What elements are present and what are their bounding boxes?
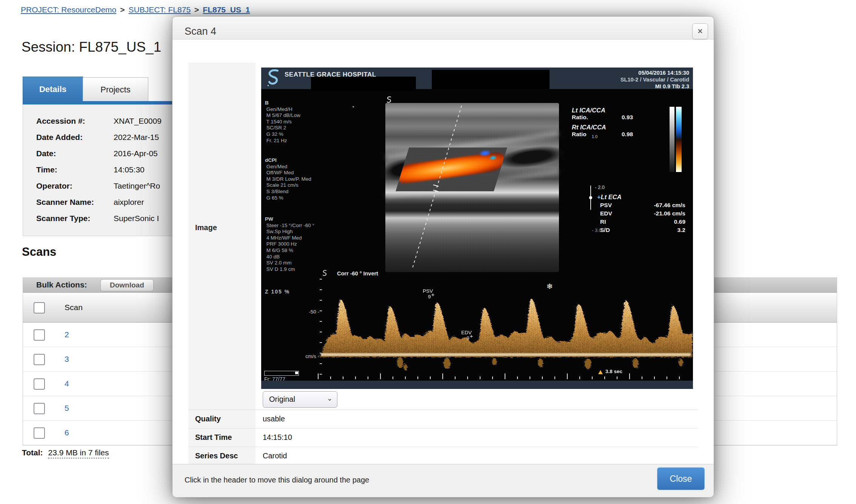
- time-tick: [393, 376, 393, 379]
- time-tick: [405, 376, 406, 379]
- time-tick: [467, 376, 468, 379]
- tab-details[interactable]: Details: [23, 77, 83, 101]
- corr-invert-text: Corr -60 ° Invert: [337, 270, 378, 277]
- dialog-title: Scan 4: [185, 26, 216, 37]
- depth-label-top: - 2.0: [595, 184, 605, 190]
- eca-label: PSV: [600, 202, 627, 210]
- doppler-spectrum: [318, 287, 693, 381]
- download-button[interactable]: Download: [100, 279, 154, 291]
- scan-column-header: Scan: [65, 293, 83, 322]
- time-tick: [343, 376, 343, 379]
- dialog-label-column: [188, 63, 256, 464]
- dialog-info-row: Start Time14:15:10: [188, 428, 698, 447]
- eca-measurement-row: PSV-67.46 cm/s: [600, 202, 685, 210]
- details-label: Date:: [36, 145, 114, 161]
- time-tick: [642, 376, 642, 379]
- lt-eca-label: Lt ECA: [601, 194, 622, 200]
- details-label: Accession #:: [36, 113, 114, 129]
- breadcrumb-link[interactable]: PROJECT: ResourceDemo: [21, 5, 116, 14]
- time-tick: [480, 376, 480, 379]
- breadcrumb-link[interactable]: SUBJECT: FL875: [129, 5, 191, 14]
- time-tick: [654, 376, 655, 379]
- breadcrumb: PROJECT: ResourceDemo>SUBJECT: FL875>FL8…: [21, 5, 250, 14]
- rt-ratio-sub: 1.0: [592, 134, 597, 139]
- details-value: 2022-Mar-15: [114, 133, 159, 141]
- scan-dialog: Scan 4 × Image SEATTLE GRACE HOSPITAL 05…: [172, 16, 714, 497]
- time-tick: [679, 376, 680, 379]
- time-tick: [455, 376, 456, 379]
- axis-label-unit: cm/s -: [291, 353, 319, 359]
- frame-progress-bar: [264, 371, 299, 376]
- total-line: Total: 23.9 MB in 7 files: [22, 448, 109, 457]
- details-label: Date Added:: [36, 129, 114, 145]
- dialog-footer: Click in the header to move this dialog …: [172, 464, 714, 497]
- us-footer-strip: [261, 381, 693, 389]
- details-row: Accession #:XNAT_E0009: [36, 113, 162, 129]
- info-row-value: Carotid: [263, 452, 287, 460]
- details-value: Taetinger^Ro: [114, 181, 160, 190]
- time-tick: [629, 373, 630, 379]
- dialog-info-row: Series DescCarotid: [188, 447, 698, 465]
- scan-link[interactable]: 4: [65, 379, 69, 388]
- time-tick: [318, 373, 319, 379]
- scan-cell: 4: [65, 372, 69, 396]
- details-value: XNAT_E0009: [114, 117, 162, 125]
- dialog-header[interactable]: Scan 4: [172, 17, 714, 40]
- details-row: Scanner Type:SuperSonic I: [36, 210, 162, 226]
- time-tick: [430, 376, 431, 379]
- scan-checkbox[interactable]: [34, 427, 45, 439]
- scan-checkbox[interactable]: [34, 329, 45, 341]
- corr-invert-line: Corr -60 ° Invert: [322, 270, 378, 277]
- time-tick: [355, 376, 356, 379]
- details-label: Time:: [36, 161, 114, 178]
- details-row: Date Added:2022-Mar-15: [36, 129, 162, 145]
- sv-depth-dot: [589, 196, 592, 199]
- details-row: Time:14:05:30: [36, 161, 162, 178]
- bulk-actions-label: Bulk Actions:: [36, 277, 87, 292]
- rt-ica-cca-label: Rt ICA/CCA: [572, 124, 670, 131]
- info-row-label: Quality: [195, 415, 221, 423]
- lt-ica-cca-label: Lt ICA/CCA: [572, 107, 670, 114]
- caliper-plus-icon: +: [597, 194, 601, 200]
- scan-link[interactable]: 5: [65, 404, 69, 413]
- close-button[interactable]: Close: [657, 467, 705, 490]
- select-all-checkbox[interactable]: [34, 302, 45, 313]
- time-tick: [380, 373, 381, 379]
- time-tick: [492, 376, 493, 379]
- time-tick: [567, 373, 568, 379]
- image-version-select[interactable]: Original ⌄: [263, 391, 337, 408]
- breadcrumb-separator: >: [191, 5, 203, 14]
- time-tick: [604, 376, 605, 379]
- time-tick: [592, 376, 593, 379]
- details-label: Scanner Name:: [36, 194, 114, 210]
- time-axis-ticks: [318, 373, 693, 380]
- details-value: 14:05:30: [114, 165, 145, 174]
- scan-cell: 5: [65, 396, 69, 420]
- scan-checkbox[interactable]: [34, 403, 45, 414]
- rt-ratio-value: 0.98: [622, 131, 633, 138]
- total-files-link[interactable]: 23.9 MB in 7 files: [48, 448, 109, 459]
- scan-cell: 6: [65, 421, 69, 445]
- tab-projects[interactable]: Projects: [83, 77, 148, 101]
- close-icon[interactable]: ×: [692, 23, 708, 39]
- time-tick: [554, 376, 555, 379]
- eca-measurement-row: EDV-21.06 cm/s: [600, 210, 685, 218]
- eca-measurement-row: S/D3.2: [600, 227, 685, 235]
- scan-link[interactable]: 3: [65, 355, 69, 364]
- breadcrumb-link[interactable]: FL875_US_1: [203, 5, 250, 14]
- eca-value: 0.69: [627, 218, 685, 227]
- info-row-label: Series Desc: [195, 452, 238, 460]
- scan-link[interactable]: 2: [65, 330, 69, 339]
- dialog-info-row: Qualityusable: [188, 410, 698, 428]
- time-tick: [417, 376, 418, 379]
- time-tick: [667, 376, 667, 379]
- lt-ratio-value: 0.93: [622, 114, 633, 121]
- page-title: Session: FL875_US_1: [22, 39, 161, 55]
- info-row-label: Start Time: [195, 433, 232, 442]
- details-label: Operator:: [36, 178, 114, 194]
- details-row: Scanner Name:aixplorer: [36, 194, 162, 210]
- scan-checkbox[interactable]: [34, 354, 45, 365]
- scan-link[interactable]: 6: [65, 428, 69, 437]
- eca-label: RI: [600, 218, 627, 227]
- scan-checkbox[interactable]: [34, 378, 45, 390]
